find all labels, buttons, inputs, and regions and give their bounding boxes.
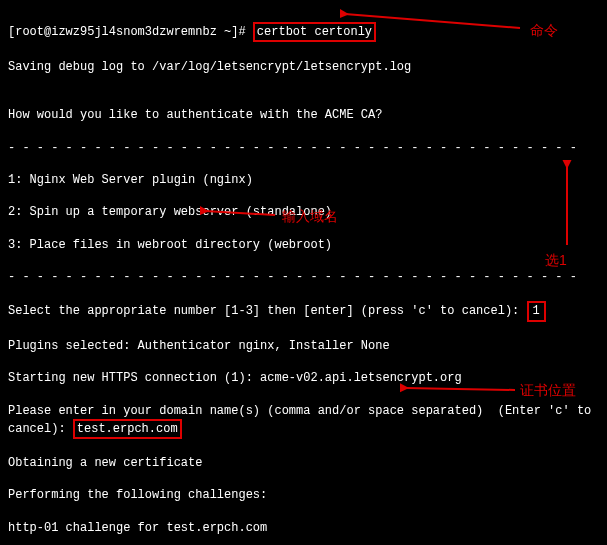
terminal-output: [root@izwz95jl4snom3dzwremnbz ~]# certbo…: [0, 0, 607, 545]
divider: - - - - - - - - - - - - - - - - - - - - …: [8, 140, 599, 156]
selection-value: 1: [527, 301, 546, 321]
divider: - - - - - - - - - - - - - - - - - - - - …: [8, 269, 599, 285]
option-2: 2: Spin up a temporary webserver (standa…: [8, 204, 599, 220]
option-1: 1: Nginx Web Server plugin (nginx): [8, 172, 599, 188]
log-line: Saving debug log to /var/log/letsencrypt…: [8, 59, 599, 75]
plugins-line: Plugins selected: Authenticator nginx, I…: [8, 338, 599, 354]
obtain-line: Obtaining a new certificate: [8, 455, 599, 471]
https-conn-line: Starting new HTTPS connection (1): acme-…: [8, 370, 599, 386]
command-text: certbot certonly: [253, 22, 376, 42]
http01-line: http-01 challenge for test.erpch.com: [8, 520, 599, 536]
select-prompt: Select the appropriate number [1-3] then…: [8, 304, 519, 318]
shell-prompt: [root@izwz95jl4snom3dzwremnbz ~]#: [8, 25, 246, 39]
domain-value: test.erpch.com: [73, 419, 182, 439]
perform-line: Performing the following challenges:: [8, 487, 599, 503]
option-3: 3: Place files in webroot directory (web…: [8, 237, 599, 253]
auth-question: How would you like to authenticate with …: [8, 107, 599, 123]
